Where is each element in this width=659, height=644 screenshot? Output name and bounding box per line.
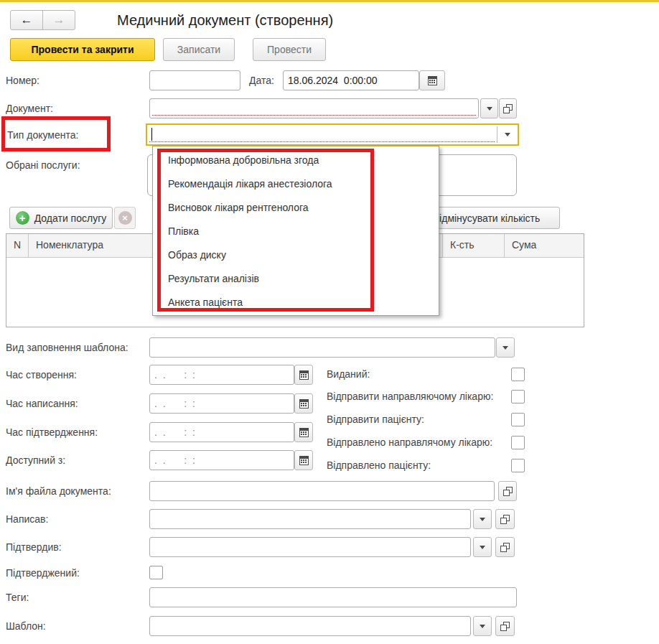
choose-icon bbox=[500, 622, 510, 631]
time-written-input[interactable]: . . : : bbox=[149, 393, 294, 414]
doc-type-dropdown-list: Інформована добровільна згода Рекомендац… bbox=[152, 146, 439, 316]
document-choose-button[interactable] bbox=[499, 98, 517, 118]
chevron-down-icon bbox=[487, 107, 492, 111]
tags-input[interactable] bbox=[149, 587, 517, 607]
save-button[interactable]: Записати bbox=[163, 38, 235, 61]
delete-icon: × bbox=[118, 211, 132, 225]
template-dropdown-button[interactable] bbox=[473, 616, 492, 636]
datetime-placeholder: . . : : bbox=[150, 394, 294, 413]
add-service-button[interactable]: + Додати послугу bbox=[9, 207, 113, 229]
time-created-calendar-button[interactable] bbox=[294, 365, 313, 385]
forward-button[interactable]: → bbox=[42, 10, 75, 30]
confirmed-by-dropdown-button[interactable] bbox=[473, 537, 492, 557]
template-label: Шаблон: bbox=[6, 616, 46, 636]
add-service-label: Додати послугу bbox=[34, 213, 107, 224]
available-from-label: Доступний з: bbox=[6, 450, 65, 470]
dropdown-item[interactable]: Результати аналізів bbox=[153, 267, 439, 291]
document-dropdown-button[interactable] bbox=[480, 98, 498, 118]
calendar-icon bbox=[299, 399, 309, 409]
is-confirmed-checkbox[interactable] bbox=[149, 566, 163, 579]
dropdown-item[interactable]: Плівка bbox=[153, 220, 439, 243]
document-input[interactable] bbox=[149, 98, 479, 118]
available-from-input[interactable]: . . : : bbox=[149, 450, 294, 470]
template-fill-kind-label: Вид заповнення шаблона: bbox=[6, 337, 128, 358]
time-written-calendar-button[interactable] bbox=[294, 393, 313, 414]
date-input[interactable]: 18.06.2024 0:00:00 bbox=[283, 70, 419, 90]
chevron-down-icon bbox=[505, 133, 510, 136]
written-by-choose-button[interactable] bbox=[495, 509, 515, 529]
send-patient-label: Відправити пацієнту: bbox=[327, 413, 424, 426]
doc-type-dropdown-button[interactable] bbox=[497, 125, 518, 144]
confirmed-by-choose-button[interactable] bbox=[495, 537, 515, 557]
time-confirmed-calendar-button[interactable] bbox=[294, 422, 313, 442]
send-patient-checkbox[interactable] bbox=[511, 413, 525, 426]
top-accent-strip bbox=[0, 0, 659, 2]
file-name-choose-button[interactable] bbox=[498, 481, 517, 501]
dropdown-item[interactable]: Анкета пацієнта bbox=[153, 291, 439, 314]
is-confirmed-label: Підтверджений: bbox=[6, 563, 80, 583]
issued-label: Виданий: bbox=[327, 368, 370, 381]
send-referring-doctor-label: Відправити направляючому лікарю: bbox=[327, 390, 493, 403]
required-underline bbox=[152, 115, 476, 116]
calendar-icon bbox=[299, 428, 309, 437]
required-underline bbox=[149, 141, 495, 142]
back-button[interactable]: ← bbox=[10, 10, 43, 30]
text-caret bbox=[151, 128, 152, 141]
calendar-icon bbox=[299, 456, 309, 465]
chevron-down-icon bbox=[480, 518, 485, 521]
date-calendar-button[interactable] bbox=[419, 70, 445, 90]
written-by-input[interactable] bbox=[149, 509, 471, 529]
document-label: Документ: bbox=[6, 98, 53, 118]
template-input[interactable] bbox=[149, 616, 471, 636]
sent-patient-checkbox[interactable] bbox=[511, 459, 525, 472]
dropdown-item[interactable]: Образ диску bbox=[153, 243, 439, 267]
sent-patient-label: Відправлено пацієнту: bbox=[327, 459, 431, 472]
datetime-placeholder: . . : : bbox=[150, 423, 294, 442]
choose-icon bbox=[500, 543, 510, 552]
sent-referring-doctor-checkbox[interactable] bbox=[511, 436, 525, 449]
page-title: Медичний документ (створення) bbox=[117, 9, 333, 31]
column-header-qty[interactable]: К-сть bbox=[443, 234, 505, 257]
column-header-sum[interactable]: Сума bbox=[505, 234, 584, 257]
time-created-label: Час створення: bbox=[6, 365, 77, 385]
calendar-icon bbox=[299, 370, 309, 380]
dropdown-item[interactable]: Рекомендація лікаря анестезіолога bbox=[153, 172, 439, 196]
time-confirmed-label: Час підтвердження: bbox=[6, 422, 98, 442]
forward-arrow-icon: → bbox=[53, 13, 65, 27]
selected-services-label: Обрані послуги: bbox=[6, 155, 80, 175]
dropdown-item[interactable]: Висновок лікаря рентгенолога bbox=[153, 196, 439, 220]
doc-type-label: Тип документа: bbox=[7, 125, 78, 145]
calendar-icon bbox=[428, 76, 437, 85]
choose-icon bbox=[503, 104, 513, 113]
confirmed-by-input[interactable] bbox=[149, 537, 471, 557]
medical-document-form: ← → Медичний документ (створення) Провес… bbox=[0, 0, 659, 644]
choose-icon bbox=[503, 487, 513, 496]
date-value: 18.06.2024 0:00:00 bbox=[284, 71, 419, 90]
delete-service-button[interactable]: × bbox=[114, 207, 136, 229]
date-label: Дата: bbox=[249, 70, 274, 90]
time-created-input[interactable]: . . : : bbox=[149, 365, 294, 385]
datetime-placeholder: . . : : bbox=[150, 365, 294, 384]
doc-type-input[interactable] bbox=[146, 123, 519, 146]
chevron-down-icon bbox=[503, 346, 508, 350]
post-and-close-button[interactable]: Провести та закрити bbox=[10, 38, 155, 61]
send-referring-doctor-checkbox[interactable] bbox=[511, 390, 525, 403]
written-by-label: Написав: bbox=[6, 509, 48, 529]
written-by-dropdown-button[interactable] bbox=[473, 509, 492, 529]
back-arrow-icon: ← bbox=[21, 13, 33, 27]
dropdown-item[interactable]: Інформована добровільна згода bbox=[153, 149, 439, 172]
chevron-down-icon bbox=[480, 625, 485, 628]
post-button[interactable]: Провести bbox=[253, 38, 326, 61]
template-choose-button[interactable] bbox=[495, 616, 515, 636]
template-fill-kind-dropdown-button[interactable] bbox=[496, 337, 515, 358]
file-name-input[interactable] bbox=[149, 481, 495, 501]
issued-checkbox[interactable] bbox=[511, 368, 525, 381]
available-from-calendar-button[interactable] bbox=[294, 450, 313, 470]
number-label: Номер: bbox=[6, 70, 39, 90]
number-input[interactable] bbox=[149, 70, 240, 90]
time-written-label: Час написання: bbox=[6, 393, 78, 414]
column-header-n[interactable]: N bbox=[6, 234, 29, 257]
tags-label: Теги: bbox=[6, 587, 29, 607]
template-fill-kind-input[interactable] bbox=[149, 337, 495, 358]
time-confirmed-input[interactable]: . . : : bbox=[149, 422, 294, 442]
